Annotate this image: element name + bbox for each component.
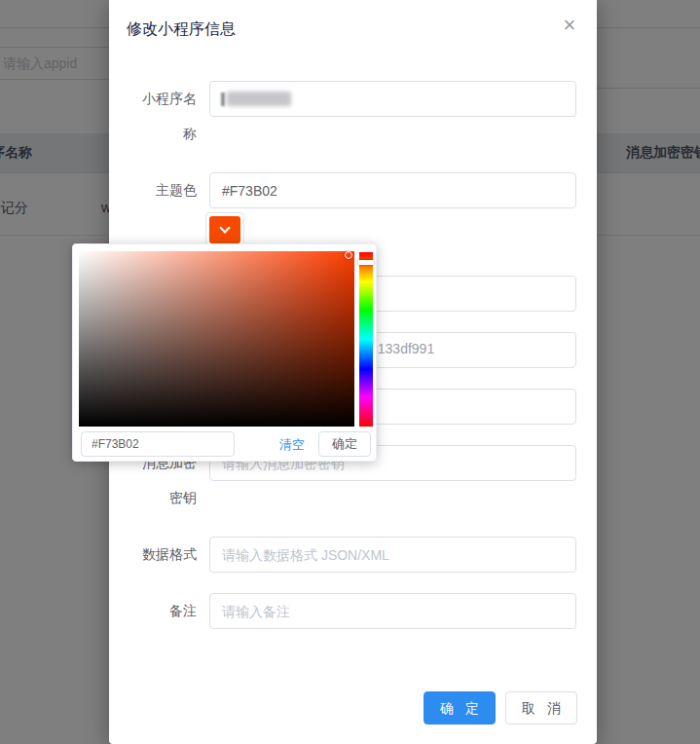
field-label-name: 小程序名称 xyxy=(138,81,197,151)
field-label-data-format: 数据格式 xyxy=(138,537,197,572)
hue-slider-thumb[interactable] xyxy=(358,260,374,265)
app-root: 序名称 消息加密密钥 记分 w 修改小程序信息 × 小程序名称 主题色 xyxy=(0,0,700,744)
field-label-theme-color: 主题色 xyxy=(138,172,197,207)
confirm-button[interactable]: 确 定 xyxy=(424,691,496,725)
saturation-gradient-black xyxy=(79,251,354,427)
saturation-cursor[interactable] xyxy=(345,251,352,259)
chevron-down-icon xyxy=(219,222,230,233)
data-format-input[interactable] xyxy=(209,537,576,573)
cancel-button[interactable]: 取 消 xyxy=(505,691,577,725)
theme-color-input[interactable] xyxy=(209,172,576,208)
redacted-value xyxy=(221,81,318,117)
saturation-value-area[interactable] xyxy=(79,251,354,427)
redacted-blur-block xyxy=(227,92,291,106)
picker-clear-link[interactable]: 清空 xyxy=(279,436,305,454)
close-icon[interactable]: × xyxy=(558,14,581,37)
color-picker-popup: 清空 确定 xyxy=(72,243,377,462)
hue-slider[interactable] xyxy=(359,252,373,427)
picker-confirm-button[interactable]: 确定 xyxy=(318,431,371,457)
remark-input[interactable] xyxy=(209,593,576,629)
redacted-char-fragment xyxy=(221,93,225,106)
color-swatch xyxy=(209,216,240,243)
modal-title: 修改小程序信息 xyxy=(127,19,236,40)
color-swatch-button[interactable] xyxy=(205,212,244,247)
field-label-remark: 备注 xyxy=(138,593,197,628)
hex-color-input[interactable] xyxy=(81,431,235,457)
